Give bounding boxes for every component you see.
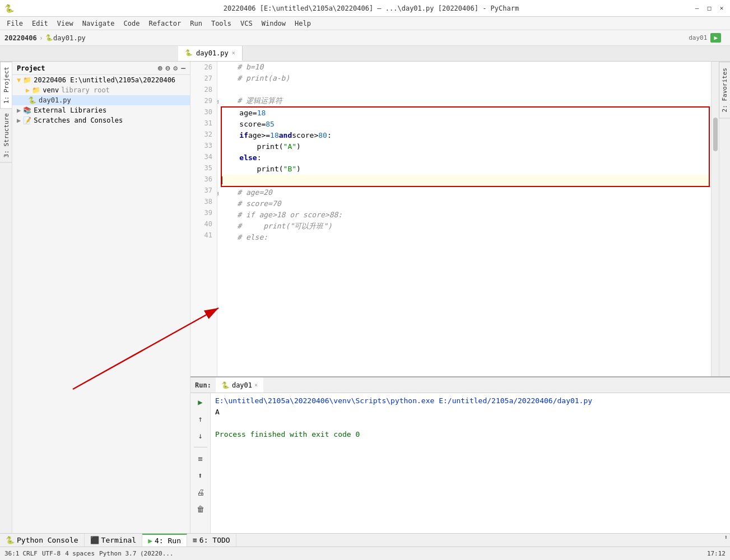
- run-tab-close[interactable]: ×: [254, 382, 258, 388]
- tree-item-root-label: 20220406 E:\untitled\2105a\20220406: [34, 76, 175, 84]
- editor-run-container: 26 27 28 29 30 31 32 33 34 35 36 37 38 3…: [190, 62, 730, 533]
- toolbar-divider: [194, 447, 207, 447]
- menu-edit[interactable]: Edit: [27, 18, 53, 29]
- editor-tab-day01[interactable]: 🐍 day01.py ×: [178, 46, 243, 61]
- code-line-29: ⊟ # 逻辑运算符: [220, 95, 711, 106]
- menu-tools[interactable]: Tools: [207, 18, 236, 29]
- project-panel: Project ⊕ ⊖ ⚙ — ▼ 📁 20220406 E:\untitled…: [12, 62, 190, 533]
- menu-window[interactable]: Window: [257, 18, 290, 29]
- python-console-icon: 🐍: [6, 536, 15, 544]
- menu-navigate[interactable]: Navigate: [78, 18, 119, 29]
- run-play-button[interactable]: ▶: [194, 395, 207, 409]
- settings-icon[interactable]: ⚙: [173, 64, 178, 72]
- venv-sublabel: library root: [61, 86, 110, 94]
- run-pin-button[interactable]: ⬆: [194, 469, 207, 482]
- file-icon: 🐍: [45, 34, 53, 41]
- status-python: Python 3.7 (20220...: [99, 550, 173, 557]
- collapse-icon[interactable]: ⊖: [166, 64, 170, 72]
- tree-item-venv[interactable]: ▶ 📁 venv library root: [12, 85, 190, 95]
- tree-item-scratches-label: Scratches and Consoles: [34, 116, 123, 124]
- fold-marker-29: ⊟: [217, 96, 219, 108]
- code-content[interactable]: # b=10 # print(a-b) ⊟ # 逻辑运算符: [217, 62, 711, 376]
- tree-item-extlibs[interactable]: ▶ 📚 External Libraries: [12, 105, 190, 115]
- project-vtab[interactable]: 1: Project: [0, 62, 12, 109]
- py-file-icon: 🐍: [185, 49, 193, 57]
- tree-item-day01[interactable]: 🐍 day01.py: [12, 95, 190, 105]
- right-vtabs: 2: Favorites: [719, 62, 730, 376]
- bottom-tab-python-console[interactable]: 🐍 Python Console: [0, 534, 85, 547]
- extlibs-expand-icon: ▶: [17, 106, 21, 114]
- menu-file[interactable]: File: [2, 18, 27, 29]
- tab-label: day01.py: [196, 49, 229, 57]
- bottom-tab-terminal[interactable]: ⬛ Terminal: [85, 534, 143, 547]
- run-icon: ▶: [148, 536, 152, 545]
- bottom-tabs: 🐍 Python Console ⬛ Terminal ▶ 4: Run ≡ 6…: [0, 533, 730, 547]
- menu-code[interactable]: Code: [119, 18, 145, 29]
- breadcrumb-project[interactable]: 20220406: [4, 34, 37, 42]
- title-bar: 🐍 20220406 [E:\untitled\2105a\20220406] …: [0, 0, 730, 17]
- expand-bottom-icon[interactable]: ⬆: [722, 534, 730, 547]
- menu-help[interactable]: Help: [290, 18, 315, 29]
- line-num-32: 32: [190, 129, 217, 140]
- tab-close-button[interactable]: ×: [232, 50, 235, 56]
- run-scroll-button[interactable]: ≡: [194, 452, 207, 465]
- close-button[interactable]: ✕: [718, 4, 726, 12]
- bottom-tab-todo[interactable]: ≡ 6: TODO: [187, 534, 236, 547]
- tree-item-scratches[interactable]: ▶ 📝 Scratches and Consoles: [12, 115, 190, 125]
- status-time: 17:12: [707, 550, 726, 557]
- bottom-tab-run[interactable]: ▶ 4: Run: [142, 534, 187, 547]
- run-stop-button[interactable]: ↑: [194, 412, 207, 426]
- line-num-39: 39: [190, 207, 217, 218]
- code-editor[interactable]: 26 27 28 29 30 31 32 33 34 35 36 37 38 3…: [190, 62, 711, 376]
- run-tab-bottom-label: 4: Run: [155, 536, 181, 545]
- output-line-4: Process finished with exit code 0: [215, 429, 726, 440]
- run-indicator-icon: 🐍: [221, 381, 230, 389]
- code-line-28: [220, 84, 711, 95]
- tab-bar: 🐍 day01.py ×: [0, 46, 730, 62]
- menu-view[interactable]: View: [53, 18, 78, 29]
- todo-icon: ≡: [193, 536, 197, 544]
- window-title: 20220406 [E:\untitled\2105a\20220406] – …: [49, 4, 693, 12]
- tree-item-root[interactable]: ▼ 📁 20220406 E:\untitled\2105a\20220406: [12, 75, 190, 85]
- code-line-41: # else:: [220, 232, 711, 243]
- py-icon-day01: 🐍: [28, 96, 36, 104]
- cursor: [222, 176, 227, 184]
- code-line-37: ⊟ # age=20: [220, 187, 711, 198]
- line-num-30: 30: [190, 106, 217, 118]
- line-num-41: 41: [190, 230, 217, 241]
- code-line-27: # print(a-b): [220, 73, 711, 84]
- minimize-button[interactable]: —: [693, 4, 701, 12]
- folder-icon-root: 📁: [23, 76, 31, 84]
- run-config-label: day01: [689, 34, 707, 41]
- run-rerun-button[interactable]: ↓: [194, 429, 207, 442]
- code-line-35: print("B"): [222, 164, 709, 175]
- breadcrumb-file[interactable]: day01.py: [53, 34, 86, 42]
- run-button[interactable]: ▶: [710, 33, 721, 43]
- code-line-31: score=85: [222, 119, 709, 130]
- code-line-33: print("A"): [222, 141, 709, 152]
- maximize-button[interactable]: □: [705, 4, 713, 12]
- menu-run[interactable]: Run: [185, 18, 207, 29]
- structure-vtab[interactable]: 3: Structure: [0, 109, 12, 162]
- code-line-26: # b=10: [220, 62, 711, 73]
- line-num-26: 26: [190, 62, 217, 73]
- favorites-vtab[interactable]: 2: Favorites: [719, 62, 730, 118]
- run-tab-bar: Run: 🐍 day01 ×: [190, 377, 730, 393]
- run-clear-button[interactable]: 🗑: [194, 502, 207, 516]
- menu-refactor[interactable]: Refactor: [144, 18, 185, 29]
- side-vtabs: 1: Project 3: Structure: [0, 62, 12, 533]
- folder-expand-icon: ▼: [17, 76, 21, 84]
- right-scrollbar[interactable]: [711, 62, 719, 376]
- run-print-button[interactable]: 🖨: [194, 486, 207, 499]
- line-num-37: 37: [190, 185, 217, 196]
- run-tab-day01[interactable]: 🐍 day01 ×: [216, 377, 263, 393]
- menu-vcs[interactable]: VCS: [236, 18, 257, 29]
- tree-item-day01-label: day01.py: [39, 96, 71, 104]
- output-line-2: A: [215, 407, 726, 418]
- line-num-34: 34: [190, 151, 217, 162]
- hide-icon[interactable]: —: [181, 64, 185, 72]
- line-num-31: 31: [190, 118, 217, 129]
- line-num-35: 35: [190, 162, 217, 174]
- sync-icon[interactable]: ⊕: [158, 64, 162, 72]
- scrollbar-thumb[interactable]: [713, 118, 718, 151]
